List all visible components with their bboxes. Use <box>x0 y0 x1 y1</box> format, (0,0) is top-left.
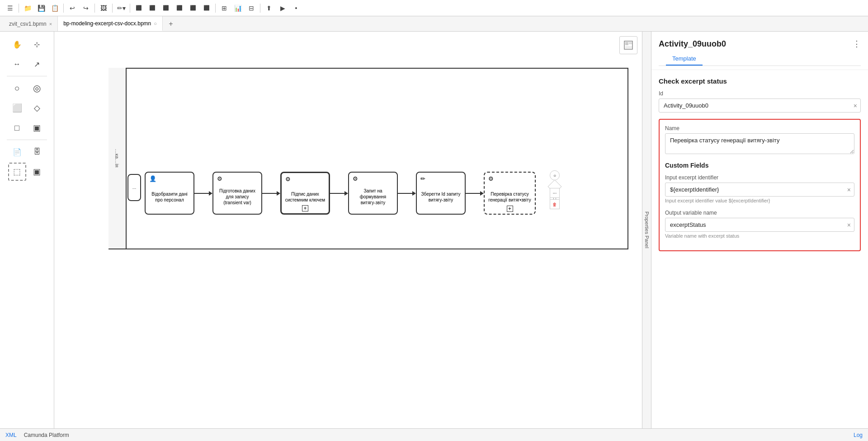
panel-tab-template[interactable]: Template <box>666 52 703 66</box>
arrow-1 <box>194 191 212 196</box>
arrow-3 <box>330 191 348 196</box>
export-button[interactable]: 📋 <box>48 2 61 14</box>
task-tool[interactable]: □ <box>8 119 26 137</box>
left-tools: ✋ ⊹ ↔ ↗ ○ ◎ ⬜ ◇ □ ▣ 📄 🗄 ⬚ ▣ <box>0 32 54 428</box>
canvas[interactable]: …ка…ія … 👤 Відобразити дані про персонал <box>54 32 642 428</box>
bpmn-task-t2[interactable]: ⚙ Підготовка даних для запису (transient… <box>212 172 262 215</box>
tab-bpmn[interactable]: bp-modeling-excerpt-csv-docx.bpmn ○ <box>58 16 163 31</box>
pool-tool[interactable]: ⬜ <box>8 99 26 117</box>
menu-button[interactable]: ☰ <box>4 2 16 14</box>
id-clear-button[interactable]: × <box>854 102 857 109</box>
output-var-field: Output variable name × Variable name wit… <box>665 210 854 239</box>
upload-button[interactable]: ⬆ <box>263 2 275 14</box>
arrow-4 <box>398 191 416 196</box>
tabs-bar: zvit_csv1.bpmn × bp-modeling-excerpt-csv… <box>0 16 868 32</box>
name-label: Name <box>665 125 854 131</box>
input-identifier-hint: Input excerpt identifier value ${excerpt… <box>665 198 854 203</box>
lane-label: …ка…ія <box>114 149 120 168</box>
tab-bpmn-close[interactable]: ○ <box>154 21 157 26</box>
boundary-event-tool[interactable]: ◎ <box>28 79 46 97</box>
arrow-2 <box>262 191 280 196</box>
output-var-hint: Variable name with excerpt status <box>665 233 854 239</box>
input-identifier-field: Input excerpt identifier × Input excerpt… <box>665 174 854 203</box>
name-input[interactable] <box>665 133 854 154</box>
panel-body: Check excerpt status Id × Name <box>651 70 868 428</box>
sub2-tool[interactable]: ▣ <box>28 163 46 181</box>
edit-dropdown-button[interactable]: ✏▾ <box>115 2 127 14</box>
group-tool[interactable]: ⬚ <box>8 163 26 181</box>
ctx-circle1[interactable]: ○ <box>550 170 560 180</box>
subprocess-marker: + <box>302 205 308 211</box>
subprocess-tool[interactable]: ▣ <box>28 119 46 137</box>
toolbar: ☰ 📁 💾 📋 ↩ ↪ 🖼 ✏▾ ⬛ ⬛ ⬛ ⬛ ⬛ ⬛ ⊞ 📊 ⊟ ⬆ ▶ • <box>0 0 868 16</box>
bpmn-task-t1[interactable]: 👤 Відобразити дані про персонал <box>145 172 194 215</box>
align1-button[interactable]: ⬛ <box>132 2 145 14</box>
chart-button[interactable]: 📊 <box>231 2 244 14</box>
bpmn-task-t6[interactable]: ⚙ Перевірка статусу генерації витяг•звіт… <box>484 172 536 215</box>
doc-tool[interactable]: 📄 <box>8 143 26 161</box>
bpmn-diagram: …ка…ія … 👤 Відобразити дані про персонал <box>54 32 642 428</box>
more-toolbar-button[interactable]: • <box>290 2 302 14</box>
open-button[interactable]: 📁 <box>21 2 34 14</box>
tab-zvit[interactable]: zvit_csv1.bpmn × <box>4 16 58 31</box>
id-label: Id <box>659 90 861 97</box>
image-button[interactable]: 🖼 <box>97 2 110 14</box>
input-identifier-input[interactable] <box>665 183 854 197</box>
xml-label[interactable]: XML <box>5 432 17 438</box>
play-button[interactable]: ▶ <box>276 2 289 14</box>
id-input[interactable] <box>659 99 861 113</box>
ctx-delete[interactable]: 🗑 <box>550 199 560 209</box>
panel-section-title: Check excerpt status <box>659 77 861 85</box>
name-field: Name <box>665 125 854 155</box>
pan-tool[interactable]: ↔ <box>8 55 26 73</box>
table-button[interactable]: ⊞ <box>218 2 231 14</box>
bpmn-task-t0[interactable]: … <box>127 174 141 201</box>
highlighted-section: Name Custom Fields Input excerpt identif… <box>659 119 861 251</box>
bpmn-task-t3[interactable]: ⚙ Підпис даних системним ключем + <box>280 172 330 215</box>
status-bar: XML Camunda Platform Log <box>0 428 868 441</box>
align3-button[interactable]: ⬛ <box>160 2 172 14</box>
panel-tab-bar: Template <box>659 52 861 66</box>
properties-panel: Activity_09uuob0 ⋮ Template Check excerp… <box>651 32 868 428</box>
input-identifier-clear-button[interactable]: × <box>847 186 851 193</box>
redo-button[interactable]: ↪ <box>80 2 92 14</box>
diamond-tool[interactable]: ◇ <box>28 99 46 117</box>
panel-more-button[interactable]: ⋮ <box>853 39 861 49</box>
align6-button[interactable]: ⬛ <box>200 2 213 14</box>
subprocess-marker-6: + <box>507 206 513 212</box>
log-label[interactable]: Log <box>854 432 863 438</box>
id-input-wrapper: × <box>659 99 861 113</box>
bpmn-task-t4[interactable]: ⚙ Запит на формування витягу-звіту <box>348 172 398 215</box>
ctx-dots[interactable]: ··· <box>550 188 560 198</box>
tab-bpmn-label: bp-modeling-excerpt-csv-docx.bpmn <box>63 20 151 27</box>
name-input-wrapper <box>665 133 854 155</box>
tab-zvit-close[interactable]: × <box>49 21 52 27</box>
save-button[interactable]: 💾 <box>35 2 47 14</box>
output-var-clear-button[interactable]: × <box>847 221 851 229</box>
select-tool[interactable]: ⊹ <box>28 35 46 53</box>
panel-header: Activity_09uuob0 ⋮ Template <box>651 32 868 70</box>
output-var-input[interactable] <box>665 218 854 232</box>
id-field: Id × <box>659 90 861 113</box>
arrow-5 <box>466 191 484 196</box>
data-button[interactable]: ⊟ <box>245 2 258 14</box>
align5-button[interactable]: ⬛ <box>187 2 199 14</box>
activity-id-title: Activity_09uuob0 <box>659 39 726 49</box>
datastore-tool[interactable]: 🗄 <box>28 143 46 161</box>
tab-zvit-label: zvit_csv1.bpmn <box>9 21 47 27</box>
align2-button[interactable]: ⬛ <box>146 2 159 14</box>
align4-button[interactable]: ⬛ <box>173 2 186 14</box>
input-identifier-label: Input excerpt identifier <box>665 174 854 181</box>
arrow-tool[interactable]: ↗ <box>28 55 46 73</box>
custom-fields-title: Custom Fields <box>665 162 854 169</box>
input-identifier-wrapper: × <box>665 183 854 197</box>
tab-add-button[interactable]: + <box>165 18 177 30</box>
start-event-tool[interactable]: ○ <box>8 79 26 97</box>
undo-button[interactable]: ↩ <box>66 2 79 14</box>
properties-side-label-text: Properties Panel <box>644 211 650 248</box>
hand-tool[interactable]: ✋ <box>8 35 26 53</box>
properties-side-panel[interactable]: Properties Panel <box>642 32 651 428</box>
main-area: ✋ ⊹ ↔ ↗ ○ ◎ ⬜ ◇ □ ▣ 📄 🗄 ⬚ ▣ <box>0 32 868 428</box>
output-var-label: Output variable name <box>665 210 854 216</box>
bpmn-task-t5[interactable]: ✏ Зберегти Id запиту витягу-звіту <box>416 172 466 215</box>
